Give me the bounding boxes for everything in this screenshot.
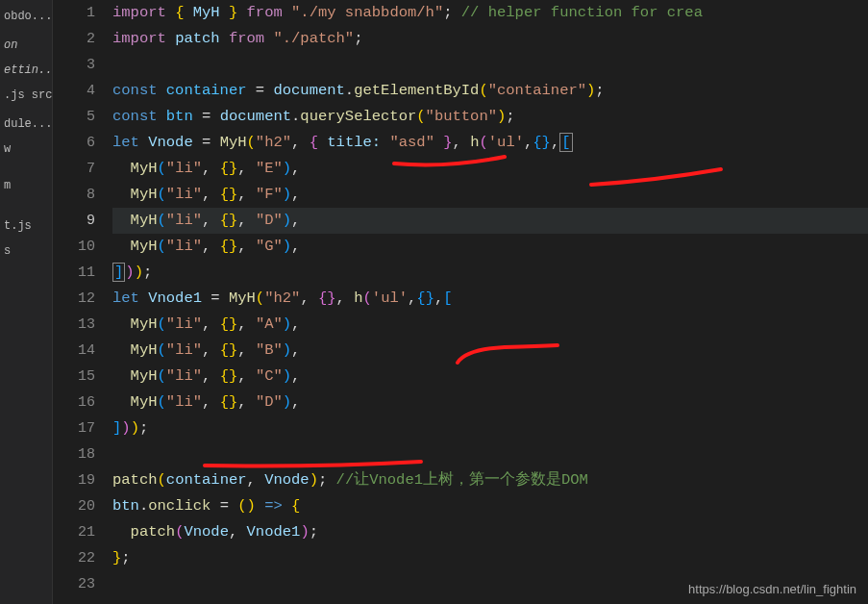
line-number: 13 — [53, 312, 95, 338]
code-line[interactable]: const container = document.getElementByI… — [112, 78, 868, 104]
code-line[interactable]: ])); — [112, 415, 868, 441]
line-number: 8 — [53, 182, 95, 208]
sidebar-file-item[interactable]: m — [0, 173, 52, 198]
code-line[interactable]: let Vnode1 = MyH("h2", {}, h('ul',{},[ — [112, 286, 868, 312]
sidebar-file-item[interactable]: ettin... — [0, 58, 52, 83]
sidebar-file-item[interactable]: t.js — [0, 214, 52, 239]
code-line[interactable]: MyH("li", {}, "B"), — [112, 338, 868, 364]
line-number: 14 — [53, 338, 95, 364]
code-line[interactable]: ])); — [112, 260, 868, 286]
line-number: 23 — [53, 571, 95, 597]
code-line[interactable]: const btn = document.querySelector("butt… — [112, 104, 868, 130]
code-line[interactable]: let Vnode = MyH("h2", { title: "asd" }, … — [112, 130, 868, 156]
line-number: 12 — [53, 286, 95, 312]
line-number: 11 — [53, 260, 95, 286]
line-number: 15 — [53, 364, 95, 390]
line-number: 1 — [53, 0, 95, 26]
code-line[interactable]: patch(container, Vnode); //让Vnode1上树，第一个… — [112, 467, 868, 493]
code-line[interactable]: MyH("li", {}, "A"), — [112, 312, 868, 338]
code-line[interactable]: MyH("li", {}, "C"), — [112, 364, 868, 390]
line-number: 9 — [53, 208, 95, 234]
line-number-gutter: 1234567891011121314151617181920212223 — [53, 0, 112, 604]
code-editor[interactable]: 1234567891011121314151617181920212223 im… — [53, 0, 868, 604]
line-number: 7 — [53, 156, 95, 182]
line-number: 4 — [53, 78, 95, 104]
code-line[interactable]: MyH("li", {}, "G"), — [112, 234, 868, 260]
code-line[interactable]: import patch from "./patch"; — [112, 26, 868, 52]
line-number: 20 — [53, 493, 95, 519]
sidebar-file-item[interactable]: on — [0, 33, 52, 58]
code-line[interactable]: btn.onclick = () => { — [112, 493, 868, 519]
code-line[interactable] — [112, 441, 868, 467]
sidebar-file-item[interactable]: w — [0, 137, 52, 162]
code-line[interactable]: MyH("li", {}, "D"), — [112, 208, 868, 234]
code-line[interactable]: MyH("li", {}, "E"), — [112, 156, 868, 182]
sidebar-file-item[interactable]: s — [0, 239, 52, 264]
line-number: 16 — [53, 390, 95, 415]
sidebar-file-item[interactable]: obdo... — [0, 4, 52, 29]
line-number: 19 — [53, 467, 95, 493]
line-number: 10 — [53, 234, 95, 260]
line-number: 22 — [53, 545, 95, 571]
line-number: 6 — [53, 130, 95, 156]
code-area[interactable]: import { MyH } from "./my snabbdom/h"; /… — [112, 0, 868, 604]
line-number: 2 — [53, 26, 95, 52]
file-explorer-sidebar[interactable]: obdo...onettin....js srcdule...wmt.jss — [0, 0, 53, 604]
code-line[interactable] — [112, 52, 868, 78]
watermark: https://blog.csdn.net/lin_fightin — [688, 582, 856, 596]
line-number: 3 — [53, 52, 95, 78]
code-line[interactable]: MyH("li", {}, "D"), — [112, 390, 868, 415]
line-number: 18 — [53, 441, 95, 467]
code-line[interactable]: patch(Vnode, Vnode1); — [112, 519, 868, 545]
line-number: 17 — [53, 415, 95, 441]
sidebar-file-item[interactable]: .js src — [0, 83, 52, 108]
line-number: 5 — [53, 104, 95, 130]
line-number: 21 — [53, 519, 95, 545]
code-line[interactable]: }; — [112, 545, 868, 571]
code-line[interactable]: import { MyH } from "./my snabbdom/h"; /… — [112, 0, 868, 26]
code-line[interactable]: MyH("li", {}, "F"), — [112, 182, 868, 208]
sidebar-file-item[interactable]: dule... — [0, 112, 52, 137]
